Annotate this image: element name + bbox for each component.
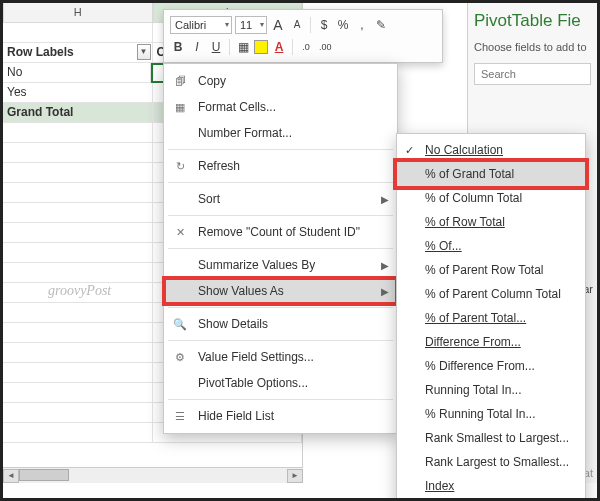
empty-cell[interactable]: [3, 383, 153, 403]
menu-number-format[interactable]: Number Format...: [164, 120, 397, 146]
submenu-running-total[interactable]: Running Total In...: [397, 378, 585, 402]
italic-button[interactable]: I: [189, 38, 205, 56]
empty-cell[interactable]: [3, 183, 153, 203]
menu-summarize-values-by[interactable]: Summarize Values By▶: [164, 252, 397, 278]
empty-cell[interactable]: [3, 23, 153, 43]
pivot-row-yes[interactable]: Yes: [3, 83, 153, 103]
fill-color-button[interactable]: [254, 40, 268, 54]
submenu-label: % Of...: [425, 239, 462, 253]
menu-separator: [168, 399, 393, 400]
menu-sort[interactable]: Sort▶: [164, 186, 397, 212]
filter-dropdown-icon[interactable]: ▼: [137, 44, 151, 60]
submenu-label: % of Parent Total...: [425, 311, 526, 325]
submenu-label: Running Total In...: [425, 383, 522, 397]
menu-refresh[interactable]: ↻Refresh: [164, 153, 397, 179]
pane-title: PivotTable Fie: [474, 11, 591, 31]
empty-cell[interactable]: [3, 223, 153, 243]
menu-remove-field[interactable]: ✕Remove "Count of Student ID": [164, 219, 397, 245]
submenu-difference-from[interactable]: Difference From...: [397, 330, 585, 354]
submenu-label: % Running Total In...: [425, 407, 536, 421]
percent-format-button[interactable]: %: [335, 16, 351, 34]
watermark: groovyPost: [48, 283, 111, 299]
submenu-label: Rank Smallest to Largest...: [425, 431, 569, 445]
submenu-label: No Calculation: [425, 143, 503, 157]
empty-cell[interactable]: [3, 363, 153, 383]
submenu-rank-largest[interactable]: Rank Largest to Smallest...: [397, 450, 585, 474]
menu-label: Copy: [198, 74, 226, 88]
menu-copy[interactable]: 🗐Copy: [164, 68, 397, 94]
scroll-track[interactable]: [19, 469, 287, 483]
submenu-label: Rank Largest to Smallest...: [425, 455, 569, 469]
font-color-button[interactable]: A: [271, 38, 287, 56]
empty-cell[interactable]: [3, 203, 153, 223]
decrease-decimal-button[interactable]: .00: [317, 38, 334, 56]
empty-cell[interactable]: [3, 263, 153, 283]
scroll-left-button[interactable]: ◄: [3, 469, 19, 483]
submenu-pct-parent-row[interactable]: % of Parent Row Total: [397, 258, 585, 282]
increase-decimal-button[interactable]: .0: [298, 38, 314, 56]
menu-separator: [168, 215, 393, 216]
submenu-pct-running-total[interactable]: % Running Total In...: [397, 402, 585, 426]
submenu-no-calculation[interactable]: ✓No Calculation: [397, 138, 585, 162]
empty-cell[interactable]: [3, 163, 153, 183]
empty-cell[interactable]: [3, 343, 153, 363]
pivot-row-labels-header[interactable]: Row Labels ▼: [3, 43, 153, 63]
menu-format-cells[interactable]: ▦Format Cells...: [164, 94, 397, 120]
empty-cell[interactable]: [3, 323, 153, 343]
submenu-pct-parent-column[interactable]: % of Parent Column Total: [397, 282, 585, 306]
font-name-select[interactable]: Calibri: [170, 16, 232, 34]
menu-separator: [168, 307, 393, 308]
menu-label: Remove "Count of Student ID": [198, 225, 360, 239]
show-values-as-submenu: ✓No Calculation % of Grand Total % of Co…: [396, 133, 586, 501]
column-header-h[interactable]: H: [3, 3, 153, 23]
empty-cell[interactable]: [3, 403, 153, 423]
comma-format-button[interactable]: ,: [354, 16, 370, 34]
menu-value-field-settings[interactable]: ⚙Value Field Settings...: [164, 344, 397, 370]
submenu-label: % of Parent Row Total: [425, 263, 544, 277]
submenu-label: % of Grand Total: [425, 167, 514, 181]
empty-cell[interactable]: [3, 303, 153, 323]
grow-font-button[interactable]: A: [270, 16, 286, 34]
menu-separator: [168, 149, 393, 150]
submenu-pct-grand-total[interactable]: % of Grand Total: [397, 162, 585, 186]
menu-show-values-as[interactable]: Show Values As▶: [164, 278, 397, 304]
menu-label: Refresh: [198, 159, 240, 173]
submenu-label: % of Row Total: [425, 215, 505, 229]
empty-cell[interactable]: [3, 243, 153, 263]
menu-label: Number Format...: [198, 126, 292, 140]
check-icon: ✓: [405, 144, 414, 157]
menu-show-details[interactable]: 🔍Show Details: [164, 311, 397, 337]
submenu-index[interactable]: Index: [397, 474, 585, 498]
submenu-label: % Difference From...: [425, 359, 535, 373]
fields-search-input[interactable]: [474, 63, 591, 85]
menu-label: Format Cells...: [198, 100, 276, 114]
horizontal-scrollbar[interactable]: ◄ ►: [3, 467, 303, 483]
menu-pivottable-options[interactable]: PivotTable Options...: [164, 370, 397, 396]
field-list-icon: ☰: [172, 408, 188, 424]
show-details-icon: 🔍: [172, 316, 188, 332]
submenu-pct-row-total[interactable]: % of Row Total: [397, 210, 585, 234]
menu-label: Show Details: [198, 317, 268, 331]
empty-cell[interactable]: [3, 143, 153, 163]
format-painter-button[interactable]: ✎: [373, 16, 389, 34]
submenu-pct-difference-from[interactable]: % Difference From...: [397, 354, 585, 378]
empty-cell[interactable]: [3, 423, 153, 443]
font-size-select[interactable]: 11: [235, 16, 267, 34]
scroll-right-button[interactable]: ►: [287, 469, 303, 483]
submenu-rank-smallest[interactable]: Rank Smallest to Largest...: [397, 426, 585, 450]
currency-format-button[interactable]: $: [316, 16, 332, 34]
menu-hide-field-list[interactable]: ☰Hide Field List: [164, 403, 397, 429]
pivot-grand-total-label[interactable]: Grand Total: [3, 103, 153, 123]
submenu-pct-of[interactable]: % Of...: [397, 234, 585, 258]
submenu-label: Index: [425, 479, 454, 493]
shrink-font-button[interactable]: A: [289, 16, 305, 34]
borders-button[interactable]: ▦: [235, 38, 251, 56]
submenu-arrow-icon: ▶: [381, 286, 389, 297]
pivot-row-no[interactable]: No: [3, 63, 151, 83]
submenu-pct-parent-total[interactable]: % of Parent Total...: [397, 306, 585, 330]
scroll-thumb[interactable]: [19, 469, 69, 481]
underline-button[interactable]: U: [208, 38, 224, 56]
submenu-pct-column-total[interactable]: % of Column Total: [397, 186, 585, 210]
bold-button[interactable]: B: [170, 38, 186, 56]
empty-cell[interactable]: [3, 123, 153, 143]
